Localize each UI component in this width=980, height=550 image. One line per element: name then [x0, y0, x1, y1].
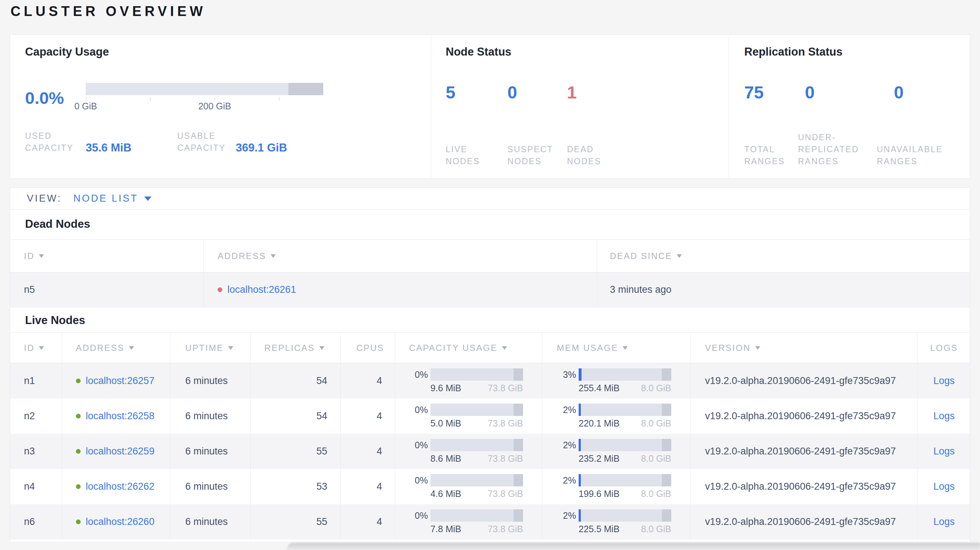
node-address-cell: localhost:26262	[62, 469, 170, 504]
total-ranges-count: 75	[744, 82, 805, 103]
live-node-row: n1localhost:262576 minutes5440%9.6 MiB73…	[10, 363, 970, 399]
dead-col-address[interactable]: ADDRESS	[204, 240, 597, 272]
summary-card: Capacity Usage 0.0% 0 GiB200 GiB USED CA…	[10, 35, 970, 179]
node-mem-usage-bar-reserved-segment	[662, 439, 671, 451]
node-capacity-usage-total-value: 73.8 GiB	[488, 453, 523, 464]
node-capacity-usage: 0%4.6 MiB73.8 GiB	[395, 469, 542, 504]
node-capacity-usage-percent: 0%	[395, 440, 428, 450]
node-version: v19.2.0-alpha.20190606-2491-gfe735c9a97	[690, 363, 918, 399]
live-nodes-label: LIVE NODES	[446, 143, 489, 167]
live-node-row: n4localhost:262626 minutes5340%4.6 MiB73…	[10, 469, 970, 504]
node-capacity-usage-total-value: 73.8 GiB	[488, 418, 523, 429]
node-logs-link[interactable]: Logs	[934, 410, 955, 422]
node-logs-link[interactable]: Logs	[934, 481, 955, 492]
node-mem-usage-used-value: 255.4 MiB	[579, 383, 620, 393]
node-address-link[interactable]: localhost:26260	[86, 516, 154, 528]
node-logs-link[interactable]: Logs	[934, 375, 955, 386]
axis-tick-label: 0 GiB	[75, 101, 97, 111]
node-uptime: 6 minutes	[170, 504, 251, 539]
axis-tick	[279, 97, 279, 101]
live-col-mem-usage[interactable]: MEM USAGE	[542, 333, 690, 363]
node-mem-usage-total-value: 8.0 GiB	[641, 418, 671, 429]
live-status-dot-icon	[76, 520, 81, 524]
node-version: v19.2.0-alpha.20190606-2491-gfe735c9a97	[690, 469, 918, 504]
node-cpus: 4	[341, 434, 395, 469]
node-capacity-usage-bar	[430, 474, 523, 486]
node-mem-usage-bar-used-segment	[579, 509, 581, 522]
axis-tick	[86, 97, 86, 101]
node-logs-link[interactable]: Logs	[934, 446, 955, 457]
sort-arrow-icon	[129, 346, 134, 350]
dead-node-address-link[interactable]: localhost:26261	[228, 284, 296, 295]
replication-status-title: Replication Status	[744, 35, 962, 59]
usable-capacity-label: USABLE CAPACITY	[177, 130, 239, 154]
node-logs-cell: Logs	[918, 504, 970, 539]
live-col-uptime[interactable]: UPTIME	[170, 333, 251, 363]
sort-arrow-icon	[270, 254, 276, 258]
node-capacity-usage-used-value: 7.8 MiB	[430, 524, 461, 534]
sort-arrow-icon	[39, 254, 44, 258]
node-mem-usage-bar	[579, 509, 671, 522]
node-mem-usage-bar	[579, 368, 671, 381]
node-capacity-usage-percent: 0%	[395, 510, 428, 521]
node-capacity-usage-total-value: 73.8 GiB	[488, 383, 523, 393]
live-col-capacity-usage[interactable]: CAPACITY USAGE	[395, 333, 542, 363]
node-capacity-usage-percent: 0%	[395, 475, 428, 486]
node-replicas: 54	[251, 399, 341, 434]
sort-arrow-icon	[755, 346, 760, 350]
live-col-replicas[interactable]: REPLICAS	[251, 333, 341, 363]
live-status-dot-icon	[76, 414, 81, 418]
node-id: n4	[10, 469, 62, 504]
node-version: v19.2.0-alpha.20190606-2491-gfe735c9a97	[690, 399, 918, 434]
node-mem-usage-percent: 2%	[542, 405, 576, 415]
node-address-link[interactable]: localhost:26258	[86, 410, 154, 422]
node-cpus: 4	[341, 469, 395, 504]
node-address-cell: localhost:26259	[62, 434, 170, 469]
node-replicas: 55	[251, 504, 341, 539]
under-replicated-count: 0	[805, 82, 894, 103]
node-uptime: 6 minutes	[170, 399, 251, 434]
node-id: n1	[10, 363, 62, 399]
node-capacity-usage: 0%7.8 MiB73.8 GiB	[395, 504, 542, 539]
node-capacity-usage-bar-reserved-segment	[514, 368, 523, 381]
node-mem-usage-total-value: 8.0 GiB	[641, 383, 671, 393]
node-uptime: 6 minutes	[170, 469, 251, 504]
node-capacity-usage-percent: 0%	[395, 369, 428, 380]
node-address-link[interactable]: localhost:26257	[86, 375, 154, 386]
sort-arrow-icon	[677, 254, 682, 258]
node-status-panel: Node Status 5 0 1 LIVE NODES SUSPECT NOD…	[446, 35, 722, 178]
node-logs-cell: Logs	[918, 399, 970, 434]
sort-arrow-icon	[502, 346, 507, 350]
node-address-link[interactable]: localhost:26262	[86, 481, 154, 492]
node-id: n2	[10, 399, 62, 434]
node-capacity-usage-percent: 0%	[395, 405, 428, 415]
node-capacity-usage-bar-reserved-segment	[514, 439, 523, 451]
node-version: v19.2.0-alpha.20190606-2491-gfe735c9a97	[690, 504, 918, 539]
node-logs-link[interactable]: Logs	[934, 516, 955, 528]
node-mem-usage: 3%255.4 MiB8.0 GiB	[542, 363, 690, 399]
node-mem-usage-percent: 2%	[542, 475, 576, 486]
dead-col-id[interactable]: ID	[10, 240, 204, 272]
live-status-dot-icon	[76, 449, 81, 454]
cluster-overview-page: CLUSTER OVERVIEW Capacity Usage 0.0% 0 G…	[0, 0, 980, 550]
node-replicas: 55	[251, 434, 341, 469]
node-replicas: 53	[251, 469, 341, 504]
dead-col-dead-since[interactable]: DEAD SINCE	[597, 240, 970, 272]
live-nodes-count: 5	[446, 82, 508, 103]
replication-status-panel: Replication Status 75 0 0 TOTAL RANGES U…	[744, 35, 962, 178]
capacity-axis-labels: 0 GiB200 GiB	[86, 101, 323, 113]
node-address-link[interactable]: localhost:26259	[86, 446, 154, 457]
node-uptime: 6 minutes	[170, 434, 251, 469]
view-label: VIEW:	[27, 193, 62, 204]
node-capacity-usage-total-value: 73.8 GiB	[488, 489, 523, 499]
view-dropdown[interactable]: NODE LIST	[73, 193, 151, 204]
node-mem-usage-bar-used-segment	[579, 404, 581, 416]
node-capacity-usage-bar-reserved-segment	[514, 404, 523, 416]
live-col-cpus[interactable]: CPUS	[341, 333, 395, 363]
node-mem-usage-bar-reserved-segment	[662, 509, 671, 522]
live-col-version[interactable]: VERSION	[690, 333, 918, 363]
live-col-address[interactable]: ADDRESS	[62, 333, 170, 363]
node-mem-usage-total-value: 8.0 GiB	[641, 453, 671, 464]
capacity-usage-title: Capacity Usage	[25, 35, 425, 59]
live-col-id[interactable]: ID	[10, 333, 62, 363]
